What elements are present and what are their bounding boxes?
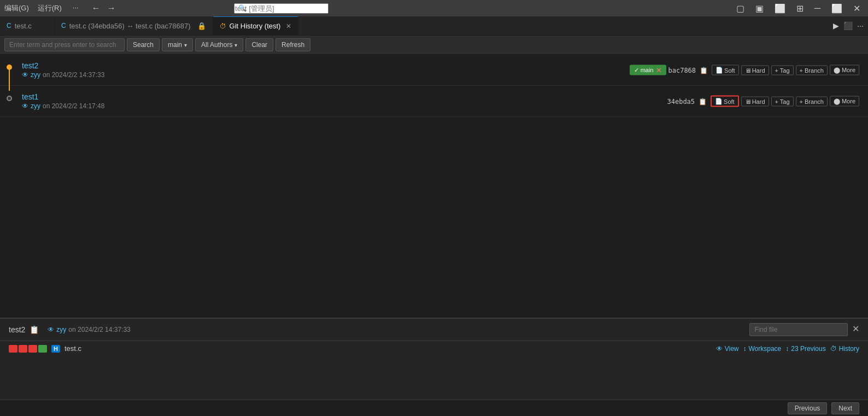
titlebar-nav: ← → xyxy=(90,2,118,14)
menu-run[interactable]: 运行(R) xyxy=(38,3,62,13)
bottom-panel-title: test2 xyxy=(9,325,25,334)
menu-more[interactable]: ··· xyxy=(73,3,79,13)
clear-button[interactable]: Clear xyxy=(245,38,273,51)
bottom-copy-button[interactable]: 📋 xyxy=(30,325,39,334)
bottom-panel-meta: 👁 zyy on 2024/2/2 14:37:33 xyxy=(48,326,130,333)
commit-author-test1: zyy xyxy=(31,102,40,110)
tab-git-history[interactable]: ⏱ Git History (test) ✕ xyxy=(213,16,299,35)
soft-icon-test1: 📄 xyxy=(715,98,723,105)
split-editor-btn[interactable]: ⬛ xyxy=(843,21,853,30)
tab-git-history-label: Git History (test) xyxy=(230,22,281,30)
tab-diff-c-icon: C xyxy=(61,22,66,30)
previous-icon: ↕ xyxy=(785,345,789,353)
commit-list: test2 👁 zyy on 2024/2/2 14:37:33 ✓ main … xyxy=(0,55,868,318)
view-icon: 👁 xyxy=(716,345,723,353)
file-color-blocks xyxy=(9,345,47,353)
commit-hash-test2: bac7868 xyxy=(668,66,696,74)
search-button[interactable]: Search xyxy=(127,38,160,51)
main-badge-label: ✓ main xyxy=(634,67,654,74)
titlebar-search-wrap: 🔍 xyxy=(234,3,507,14)
commit-date-test1: on 2024/2/2 14:17:48 xyxy=(43,102,104,110)
commit-hash-test1: 34ebda5 xyxy=(667,97,695,105)
run-icon[interactable]: ▶ xyxy=(833,21,839,30)
titlebar-restore-button[interactable]: ⬜ xyxy=(828,2,846,15)
find-file-close-button[interactable]: ✕ xyxy=(852,324,859,334)
commit-item-test2[interactable]: test2 👁 zyy on 2024/2/2 14:37:33 ✓ main … xyxy=(0,55,868,86)
footer: Previous Next xyxy=(0,400,868,416)
view-button[interactable]: 👁 View xyxy=(716,345,739,353)
commit-dot-test1 xyxy=(7,96,12,101)
main-badge: ✓ main ✕ xyxy=(630,65,666,75)
workspace-icon: ↕ xyxy=(743,345,746,353)
history-button[interactable]: ⏱ History xyxy=(830,345,859,353)
eye-icon-test2: 👁 xyxy=(22,71,28,79)
git-history-icon: ⏱ xyxy=(220,22,226,30)
bottom-panel-header: test2 📋 👁 zyy on 2024/2/2 14:37:33 ✕ xyxy=(0,319,868,341)
tab-test-c-label: test.c xyxy=(15,22,32,30)
toolbar-search-input[interactable] xyxy=(4,38,125,51)
authors-dropdown-button[interactable]: All Authors ▾ xyxy=(195,38,243,51)
footer-next-button[interactable]: Next xyxy=(831,402,859,414)
commit-branch-btn-test1[interactable]: + Branch xyxy=(796,96,828,106)
file-row[interactable]: H test.c 👁 View ↕ Workspace ↕ 23 Previou… xyxy=(0,341,868,356)
commit-more-btn-test2[interactable]: ⬤ More xyxy=(830,65,859,75)
find-file-input[interactable] xyxy=(749,323,848,336)
commit-author-test2: zyy xyxy=(31,71,40,79)
color-block-3 xyxy=(28,345,37,353)
bottom-author: zyy xyxy=(56,326,66,333)
titlebar-menu: 编辑(G) 运行(R) ··· xyxy=(4,3,79,13)
hard-icon-test2: 🖥 xyxy=(745,67,751,73)
nav-back-button[interactable]: ← xyxy=(90,2,103,14)
hard-icon-test1: 🖥 xyxy=(745,98,751,104)
tab-test-c[interactable]: C test.c xyxy=(0,16,55,35)
soft-icon-test2: 📄 xyxy=(715,67,723,74)
commit-item-test1[interactable]: test1 👁 zyy on 2024/2/2 14:17:48 34ebda5… xyxy=(0,86,868,117)
commit-copy-btn-test1[interactable]: 📋 xyxy=(697,97,708,106)
titlebar-right: ▢ ▣ ⬜ ⊞ ─ ⬜ ✕ xyxy=(733,2,864,15)
file-badge-h: H xyxy=(51,345,60,353)
toolbar: Search main ▾ All Authors ▾ Clear Refres… xyxy=(0,36,868,55)
titlebar-close-button[interactable]: ✕ xyxy=(850,2,864,15)
refresh-button[interactable]: Refresh xyxy=(275,38,310,51)
tab-right-actions: ▶ ⬛ ··· xyxy=(833,16,868,35)
tab-git-history-close-icon[interactable]: ✕ xyxy=(286,22,291,30)
lock-icon: 🔒 xyxy=(197,22,206,30)
search-icon: 🔍 xyxy=(238,4,247,12)
tab-c-icon: C xyxy=(7,22,11,30)
history-icon: ⏱ xyxy=(830,345,837,353)
commit-actions-test2: ✓ main ✕ bac7868 📋 📄 Soft 🖥 Hard + Tag +… xyxy=(630,65,859,75)
titlebar-minimize-button[interactable]: ─ xyxy=(811,2,824,14)
commit-hard-btn-test1[interactable]: 🖥 Hard xyxy=(741,96,769,106)
titlebar-search-input[interactable] xyxy=(234,3,329,14)
commit-tag-btn-test1[interactable]: + Tag xyxy=(771,96,794,106)
commit-date-test2: on 2024/2/2 14:37:33 xyxy=(43,71,104,79)
bottom-file-actions: 👁 View ↕ Workspace ↕ 23 Previous ⏱ Histo… xyxy=(716,345,859,353)
titlebar-layout-btn2[interactable]: ▣ xyxy=(752,2,767,15)
nav-forward-button[interactable]: → xyxy=(105,2,118,14)
branch-dropdown-arrow: ▾ xyxy=(184,42,187,48)
titlebar-layout-btn1[interactable]: ▢ xyxy=(733,2,748,15)
titlebar-layout-btn4[interactable]: ⊞ xyxy=(793,2,807,15)
authors-dropdown-arrow: ▾ xyxy=(234,42,237,48)
commit-more-btn-test1[interactable]: ⬤ More xyxy=(830,96,859,107)
previous-button[interactable]: ↕ 23 Previous xyxy=(785,345,825,353)
more-actions-btn[interactable]: ··· xyxy=(857,21,864,30)
bottom-eye-icon: 👁 xyxy=(48,326,54,333)
workspace-button[interactable]: ↕ Workspace xyxy=(743,345,781,353)
commit-soft-btn-test2[interactable]: 📄 Soft xyxy=(712,65,739,75)
commit-branch-btn-test2[interactable]: + Branch xyxy=(796,65,828,75)
titlebar: 编辑(G) 运行(R) ··· ← → 🔍 ▢ ▣ ⬜ ⊞ ─ ⬜ ✕ xyxy=(0,0,868,16)
commit-soft-btn-test1[interactable]: 📄 Soft xyxy=(711,96,739,107)
color-block-2 xyxy=(19,345,27,353)
footer-previous-button[interactable]: Previous xyxy=(788,402,828,414)
bottom-date: on 2024/2/2 14:37:33 xyxy=(68,326,130,333)
commit-hard-btn-test2[interactable]: 🖥 Hard xyxy=(741,65,769,75)
tab-diff[interactable]: C test.c (34ebda56) ↔ test.c (bac78687) … xyxy=(55,16,213,35)
main-badge-close-icon[interactable]: ✕ xyxy=(656,66,662,74)
branch-dropdown-button[interactable]: main ▾ xyxy=(162,38,193,51)
bottom-panel-right: ✕ xyxy=(749,323,859,336)
titlebar-layout-btn3[interactable]: ⬜ xyxy=(771,2,789,15)
commit-copy-btn-test2[interactable]: 📋 xyxy=(698,66,709,74)
commit-tag-btn-test2[interactable]: + Tag xyxy=(771,65,794,75)
menu-edit[interactable]: 编辑(G) xyxy=(4,3,29,13)
